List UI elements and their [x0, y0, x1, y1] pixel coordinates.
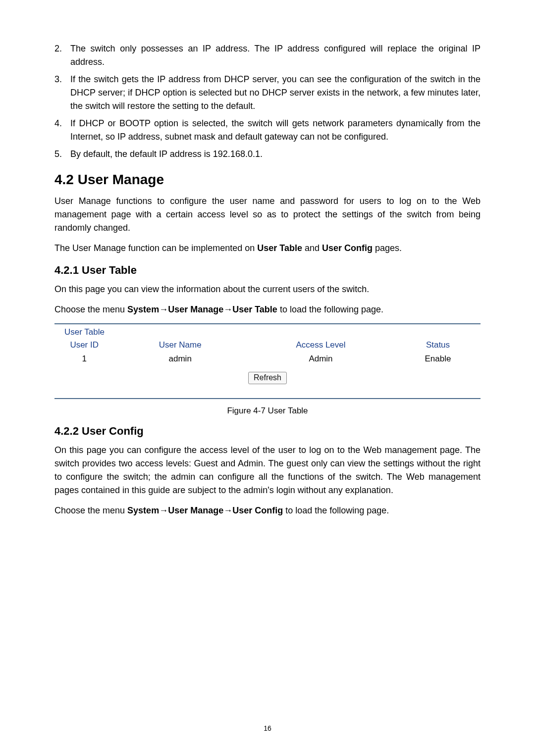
note-number: 4. [54, 117, 70, 144]
note-text: If DHCP or BOOTP option is selected, the… [70, 117, 481, 144]
cell-user-id: 1 [54, 354, 114, 364]
document-page: 2. The switch only possesses an IP addre… [0, 0, 535, 756]
bold-menu-path: System→User Manage→User Config [127, 505, 283, 515]
sec421-paragraph-2: Choose the menu System→User Manage→User … [54, 303, 481, 316]
cell-access-level: Admin [246, 354, 395, 364]
user-table-row: 1 admin Admin Enable [54, 352, 481, 366]
text-span: The User Manage function can be implemen… [54, 243, 257, 253]
figure-caption: Figure 4-7 User Table [54, 406, 481, 416]
text-span: to load the following page. [283, 505, 389, 515]
bold-user-config: User Config [322, 243, 373, 253]
note-number: 3. [54, 73, 70, 113]
header-user-name: User Name [114, 340, 246, 350]
text-span: pages. [373, 243, 402, 253]
section-heading-4-2: 4.2 User Manage [54, 172, 481, 188]
user-table-figure: User Table User ID User Name Access Leve… [54, 323, 481, 399]
sec422-paragraph-1: On this page you can configure the acces… [54, 444, 481, 497]
sec42-paragraph-1: User Manage functions to configure the u… [54, 195, 481, 235]
note-text: If the switch gets the IP address from D… [70, 73, 481, 113]
note-item-3: 3. If the switch gets the IP address fro… [54, 73, 481, 113]
sec422-paragraph-2: Choose the menu System→User Manage→User … [54, 504, 481, 517]
text-span: and [302, 243, 322, 253]
user-table-header-row: User ID User Name Access Level Status [54, 338, 481, 352]
header-user-id: User ID [54, 340, 114, 350]
section-heading-4-2-1: 4.2.1 User Table [54, 264, 481, 277]
bold-user-table: User Table [257, 243, 302, 253]
note-item-2: 2. The switch only possesses an IP addre… [54, 42, 481, 69]
header-access-level: Access Level [246, 340, 395, 350]
bold-menu-path: System→User Manage→User Table [127, 304, 277, 314]
user-table-button-row: Refresh [54, 372, 481, 384]
text-span: to load the following page. [277, 304, 383, 314]
note-text: By default, the default IP address is 19… [70, 148, 481, 161]
note-item-4: 4. If DHCP or BOOTP option is selected, … [54, 117, 481, 144]
refresh-button[interactable]: Refresh [248, 372, 287, 384]
cell-user-name: admin [114, 354, 246, 364]
text-span: Choose the menu [54, 505, 127, 515]
user-table-title: User Table [54, 324, 481, 338]
note-item-5: 5. By default, the default IP address is… [54, 148, 481, 161]
text-span: Choose the menu [54, 304, 127, 314]
cell-status: Enable [395, 354, 481, 364]
sec421-paragraph-1: On this page you can view the informatio… [54, 283, 481, 296]
page-number: 16 [0, 724, 535, 732]
numbered-notes-list: 2. The switch only possesses an IP addre… [54, 42, 481, 161]
sec42-paragraph-2: The User Manage function can be implemen… [54, 242, 481, 255]
note-text: The switch only possesses an IP address.… [70, 42, 481, 69]
header-status: Status [395, 340, 481, 350]
section-heading-4-2-2: 4.2.2 User Config [54, 425, 481, 438]
note-number: 5. [54, 148, 70, 161]
note-number: 2. [54, 42, 70, 69]
